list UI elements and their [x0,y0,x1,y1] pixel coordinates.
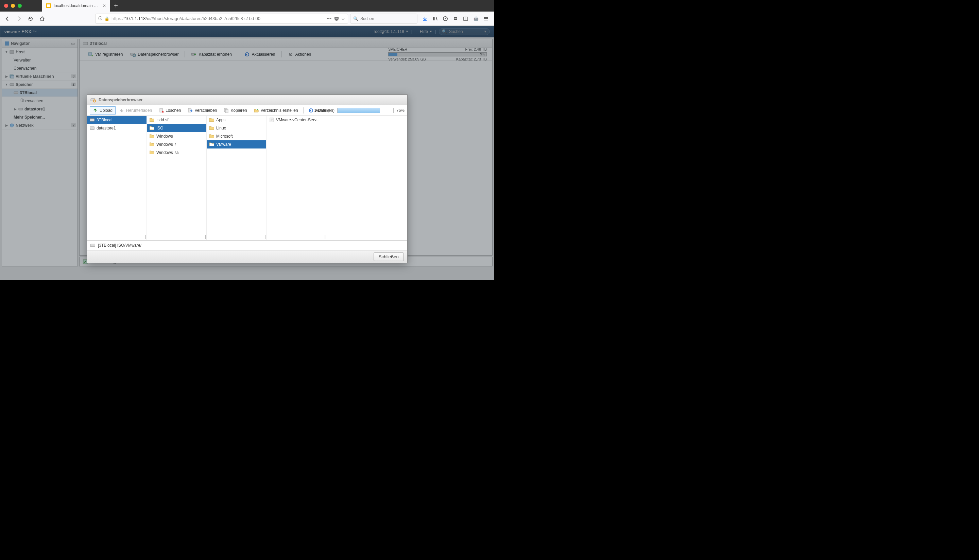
column-datastores: 3TBlocaldatastore1||| [87,116,147,240]
folder-icon [150,134,154,139]
browser-item[interactable]: Linux [207,124,266,132]
item-label: Windows 7a [156,150,178,155]
move-icon [188,108,192,113]
back-button[interactable] [3,14,12,23]
close-window-icon[interactable] [4,4,8,8]
progress-bar [337,108,394,113]
search-icon: 🔍 [353,16,358,21]
newfolder-icon [254,108,259,113]
hamburger-menu-icon[interactable] [483,15,489,22]
maximize-window-icon[interactable] [18,4,22,8]
delete-icon [159,108,163,113]
svg-point-35 [90,128,91,128]
minimize-window-icon[interactable] [11,4,15,8]
site-info-icon[interactable]: ⓘ [98,16,102,22]
newdir-button[interactable]: Verzeichnis erstellen [251,107,301,115]
browser-item[interactable]: Microsoft [207,132,266,140]
folder-icon [209,142,214,147]
svg-point-6 [455,18,456,19]
sidebar-icon[interactable] [462,15,469,22]
reload-button[interactable] [26,14,35,23]
ublock-icon[interactable] [442,15,449,22]
datastore-icon [90,243,95,247]
tab-title: localhost.localdomain – VMware [54,3,100,8]
folder-icon [150,150,154,155]
upload-icon [93,108,98,113]
file-icon [269,118,274,122]
svg-rect-28 [160,108,162,112]
browser-right-icons: 🤖 [419,15,492,22]
close-tab-icon[interactable]: ✕ [103,3,106,8]
url-bar[interactable]: ⓘ 🔒 https://10.1.1.118/ui/#/host/storage… [95,13,348,24]
pocket-icon[interactable] [334,16,339,22]
browser-item[interactable]: Windows 7a [147,148,206,157]
item-label: VMware-vCenter-Serv... [276,118,320,122]
lock-warning-icon[interactable]: 🔒 [104,16,110,21]
item-label: VMware [216,142,231,147]
extension-icon[interactable] [452,15,459,22]
svg-rect-29 [188,108,191,112]
column-level3: VMware-vCenter-Serv...||| [267,116,326,240]
new-tab-button[interactable]: + [110,0,122,12]
browser-item[interactable]: datastore1 [87,124,147,132]
folder-icon [150,126,154,131]
esxi-app: vmware ESXi™ root@10.1.1.118 ▼ | Hilfe ▼… [0,26,494,280]
svg-point-7 [456,18,457,19]
download-button[interactable]: Herunterladen [116,107,155,115]
datastore-browser-icon [90,97,96,103]
browser-tab-active[interactable]: localhost.localdomain – VMware ✕ [42,0,110,12]
browser-item[interactable]: VMware [207,140,266,148]
item-label: Linux [216,126,226,130]
progress-files-label: 1 Datei(en) [314,108,335,113]
folder-icon [209,134,214,139]
folder-icon [209,118,214,123]
upload-progress: 1 Datei(en) 76% [335,108,405,113]
folder-icon [150,118,154,123]
svg-rect-1 [47,4,50,7]
column-empty [326,116,407,240]
item-label: .sdd.sf [156,118,168,122]
item-label: Microsoft [216,134,233,138]
item-label: Windows [156,134,173,138]
browser-item[interactable]: ISO [147,124,206,132]
progress-percent: 76% [396,108,405,113]
refresh-icon [309,108,314,113]
window-controls [3,4,22,8]
browser-columns: 3TBlocaldatastore1||| .sdd.sfISOWindowsW… [87,116,407,240]
browser-search-box[interactable]: 🔍 Suchen [350,13,417,24]
download-icon [119,108,124,113]
browser-item[interactable]: Windows 7 [147,140,206,148]
tab-favicon-icon [46,3,51,8]
move-button[interactable]: Verschieben [185,107,220,115]
svg-rect-31 [225,109,228,113]
progress-fill [337,108,380,113]
downloads-icon[interactable] [422,15,428,22]
browser-item[interactable]: Windows [147,132,206,140]
more-actions-icon[interactable]: ••• [326,16,332,21]
svg-point-5 [454,18,455,19]
browser-item[interactable]: VMware-vCenter-Serv... [267,116,326,124]
browser-item[interactable]: .sdd.sf [147,116,206,124]
robot-icon[interactable]: 🤖 [472,15,479,22]
item-label: Windows 7 [156,142,177,147]
browser-item[interactable]: Apps [207,116,266,124]
copy-icon [224,108,229,113]
bookmark-icon[interactable]: ☆ [341,16,345,21]
browser-item[interactable]: 3TBlocal [87,116,147,124]
url-text: https://10.1.1.118/ui/#/host/storage/dat… [112,16,324,21]
folder-icon [150,142,154,147]
item-label: datastore1 [97,126,116,130]
item-label: ISO [156,126,163,130]
item-label: Apps [216,118,225,122]
library-icon[interactable] [432,15,439,22]
upload-button[interactable]: Upload [90,107,115,115]
browser-toolbar: ⓘ 🔒 https://10.1.1.118/ui/#/host/storage… [0,12,494,26]
close-button[interactable]: Schließen [374,252,404,261]
folder-icon [209,126,214,131]
home-button[interactable] [37,14,47,23]
column-level2: AppsLinuxMicrosoftVMware||| [207,116,267,240]
path-text: [3TBlocal] ISO/VMware/ [98,243,142,248]
delete-button[interactable]: Löschen [156,107,184,115]
copy-button[interactable]: Kopieren [221,107,250,115]
forward-button[interactable] [14,14,24,23]
